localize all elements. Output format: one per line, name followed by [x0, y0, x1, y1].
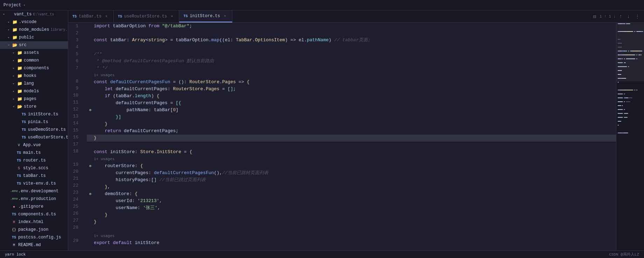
- tab-ts-icon: TS: [72, 15, 77, 19]
- tab-close-button[interactable]: ×: [222, 13, 228, 19]
- sidebar-item-hooks[interactable]: ▸📁hooks: [0, 72, 68, 80]
- sidebar-item-src[interactable]: ▾📂src: [0, 41, 68, 49]
- token: 0: [173, 107, 176, 114]
- sidebar-item-README_md[interactable]: MREADME.md: [0, 241, 68, 249]
- tab-bar: TStabBar.ts×TSuseRouterStore.ts×TSinitSt…: [68, 10, 644, 23]
- tab-initStore_ts[interactable]: TSinitStore.ts×: [179, 10, 232, 22]
- code-line-12: ⊕ pathName: tabBar[0]: [87, 107, 616, 114]
- token: OptionsItem: [255, 37, 285, 44]
- tab-tabBar_ts[interactable]: TStabBar.ts×: [68, 10, 114, 22]
- token: .: [252, 37, 255, 44]
- sidebar-item-assets[interactable]: ▸📁assets: [0, 49, 68, 57]
- sidebar-item-useRouterStore_ts[interactable]: TSuseRouterStore.ts: [0, 134, 68, 141]
- code-line-26: }: [87, 212, 616, 218]
- sidebar-item-postcss_config_js[interactable]: TSpostcss.config.js: [0, 234, 68, 241]
- sidebar-label: useDemoStore.ts: [28, 127, 66, 132]
- tab-useRouterStore_ts[interactable]: TSuseRouterStore.ts×: [114, 10, 179, 22]
- token: [138, 163, 140, 170]
- token: [135, 198, 138, 205]
- sidebar-label: components.d.ts: [18, 212, 56, 217]
- sidebar-item-tabBar_ts[interactable]: TStabBar.ts: [0, 172, 68, 180]
- token: =: [184, 149, 187, 156]
- sidebar-item-main_ts[interactable]: TSmain.ts: [0, 149, 68, 157]
- line-number-2: 2: [68, 30, 81, 37]
- sidebar-item-gitignore[interactable]: ◆.gitignore: [0, 203, 68, 210]
- line-number-28: 28: [68, 224, 81, 231]
- chevron-icon: ▾: [6, 43, 11, 48]
- sidebar-item-vite_env_d_ts[interactable]: TSvite-env.d.ts: [0, 180, 68, 187]
- nav-up-icon[interactable]: ↑: [618, 13, 623, 20]
- usages-hint[interactable]: 1+ usages: [87, 233, 616, 239]
- sidebar-item-style_scss[interactable]: Sstyle.sccs: [0, 164, 68, 172]
- sidebar-item-App_vue[interactable]: VApp.vue: [0, 141, 68, 149]
- sidebar-label: .vscode: [19, 20, 36, 24]
- sidebar-item-public[interactable]: ▸📁public: [0, 34, 68, 41]
- title-bar-left: Project ▾: [4, 3, 25, 8]
- sidebar-item-useDemoStore_ts[interactable]: TSuseDemoStore.ts: [0, 126, 68, 134]
- token: [219, 86, 222, 93]
- token: [94, 93, 105, 100]
- line-number-24: 24: [68, 196, 81, 203]
- code-line-15: return defaultCurrentPages;: [87, 128, 616, 135]
- yarn-lock-status[interactable]: yarn lock: [4, 252, 27, 257]
- usages-hint[interactable]: 1+ usages: [87, 72, 616, 78]
- sidebar-item-components[interactable]: ▸📁components: [0, 64, 68, 72]
- tab-close-button[interactable]: ×: [104, 14, 109, 19]
- token: {: [140, 163, 143, 170]
- sidebar-item-pages[interactable]: ▸📁pages: [0, 95, 68, 103]
- sidebar-item-lang[interactable]: ▸📁lang: [0, 80, 68, 87]
- token: :: [148, 170, 151, 177]
- token: .: [154, 149, 157, 156]
- token: []: [227, 86, 233, 93]
- sidebar-item-vscode[interactable]: ▸📁.vscode: [0, 18, 68, 26]
- sidebar-item-pinia_ts[interactable]: TSpinia.ts: [0, 118, 68, 126]
- tab-close-button[interactable]: ×: [169, 14, 175, 19]
- token: [94, 86, 105, 93]
- sidebar-label: common: [24, 58, 39, 63]
- ts-icon: TS: [11, 212, 17, 217]
- more-actions-icon[interactable]: ⋮: [634, 13, 641, 20]
- code-line-29: export default initStore: [87, 239, 616, 246]
- token: }: [105, 212, 107, 218]
- split-icon[interactable]: ⊟: [592, 13, 597, 20]
- token: [168, 37, 170, 44]
- line-numbers: 1234567891011121314151617181920212223242…: [68, 23, 84, 250]
- token: [94, 128, 105, 135]
- token: /**: [94, 51, 102, 58]
- vue-icon: V: [16, 142, 22, 148]
- token: InitStore: [156, 149, 181, 156]
- sidebar-item-vant_ts[interactable]: ▾vant_tsE:\vant_ts: [0, 10, 68, 18]
- sidebar-item-env_development[interactable]: .env.env.development: [0, 187, 68, 195]
- code-content[interactable]: import tabBarOption from "@/tabBar";cons…: [84, 23, 616, 250]
- sidebar-item-store[interactable]: ▾📂store: [0, 103, 68, 110]
- line-number-22: 22: [68, 182, 81, 189]
- sidebar-item-node_modules[interactable]: ▸📁node_moduleslibrary.root: [0, 26, 68, 34]
- line-number-4: 4: [68, 44, 81, 51]
- token: length: [135, 93, 151, 100]
- code-line-5: /**: [87, 51, 616, 58]
- token: :: [127, 37, 130, 44]
- line-number-17: 17: [68, 141, 81, 148]
- sidebar-item-router_ts[interactable]: TSrouter.ts: [0, 157, 68, 164]
- project-label[interactable]: Project: [4, 3, 21, 8]
- token: ]: [176, 107, 178, 114]
- sidebar-item-initStore_ts[interactable]: TSinitStore.ts: [0, 110, 68, 118]
- chevron-icon: ▸: [11, 73, 16, 78]
- chevron-icon: ▸: [11, 50, 16, 55]
- sidebar-label: router.ts: [23, 158, 46, 163]
- token: tabBar: [115, 93, 132, 100]
- sidebar-item-package_json[interactable]: {}package.json: [0, 226, 68, 234]
- sidebar-label: assets: [24, 50, 39, 55]
- sidebar-item-index_html[interactable]: Hindex.html: [0, 218, 68, 226]
- nav-down-icon[interactable]: ↓: [626, 13, 631, 20]
- tab-label: tabBar.ts: [79, 14, 102, 19]
- sidebar-item-env_production[interactable]: .env.env.production: [0, 195, 68, 203]
- tab-ts-icon: TS: [183, 14, 188, 18]
- sidebar-label: useRouterStore.ts: [28, 135, 68, 140]
- code-line-4: [87, 44, 616, 51]
- token: defaultCurrentPages: [113, 86, 168, 93]
- usages-hint[interactable]: 1+ usages: [87, 156, 616, 162]
- sidebar-item-common[interactable]: ▸📁common: [0, 57, 68, 64]
- sidebar-item-models[interactable]: ▸📁models: [0, 87, 68, 95]
- sidebar-item-components_d_ts[interactable]: TScomponents.d.ts: [0, 210, 68, 218]
